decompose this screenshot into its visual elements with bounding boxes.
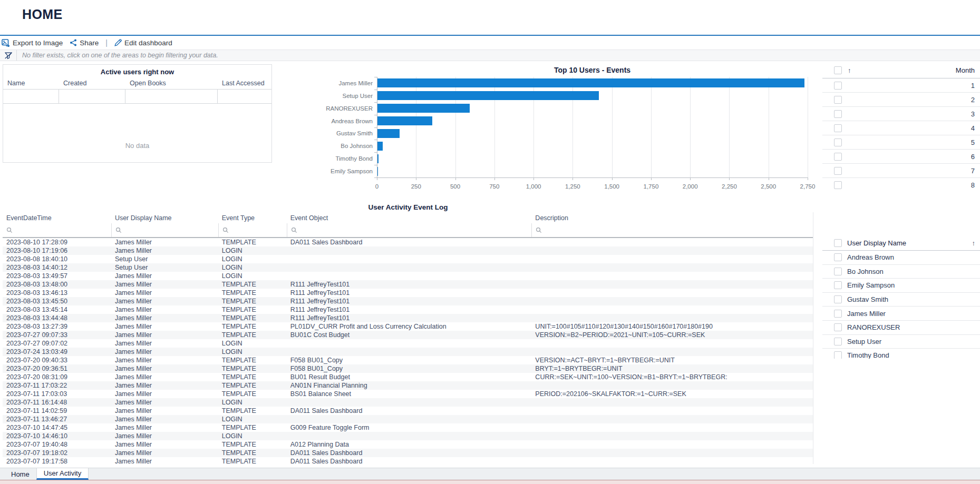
table-row[interactable]: 2023-07-27 09:07:02James MillerLOGIN	[3, 339, 813, 348]
month-filter-row[interactable]: 2	[822, 93, 980, 107]
checkbox[interactable]	[834, 139, 842, 146]
search-input-event-object[interactable]	[299, 226, 532, 234]
checkbox[interactable]	[834, 181, 842, 189]
user-filter-row[interactable]: Emily Sampson	[822, 279, 980, 293]
column-header-event-type[interactable]: Event Type	[218, 214, 287, 222]
column-header-eventdatetime[interactable]: EventDateTime	[3, 214, 111, 222]
table-row[interactable]: 2023-07-11 14:02:59James MillerTEMPLATED…	[3, 407, 813, 415]
user-filter-row[interactable]: Bo Johnson	[822, 265, 980, 279]
search-input-user-display-name[interactable]	[124, 226, 218, 234]
table-row[interactable]: 2023-08-10 17:28:09James MillerTEMPLATED…	[3, 238, 813, 246]
table-row[interactable]: 2023-08-03 13:44:48James MillerTEMPLATER…	[3, 314, 813, 322]
user-filter-row[interactable]: Setup User	[822, 335, 980, 349]
table-row[interactable]: 2023-07-10 14:46:10James MillerLOGIN	[3, 432, 813, 440]
checkbox[interactable]	[834, 124, 842, 132]
chart-bar[interactable]	[377, 78, 804, 87]
checkbox[interactable]	[834, 295, 842, 303]
user-filter-row[interactable]: Gustav Smith	[822, 293, 980, 307]
month-filter-row[interactable]: 3	[822, 107, 980, 121]
checkbox[interactable]	[834, 167, 842, 175]
column-header-last-accessed[interactable]: Last Accessed	[218, 80, 271, 87]
table-row[interactable]: 2023-07-07 19:18:02James MillerTEMPLATED…	[3, 449, 813, 457]
table-row[interactable]: 2023-08-03 13:45:14James MillerTEMPLATER…	[3, 305, 813, 314]
table-row[interactable]: 2023-07-27 09:07:33James MillerTEMPLATEB…	[3, 331, 813, 339]
filter-bar[interactable]: No filter exists, click on one of the ar…	[0, 50, 980, 61]
select-all-months-checkbox[interactable]	[834, 66, 842, 74]
checkbox[interactable]	[834, 268, 842, 275]
month-filter-row[interactable]: 1	[822, 78, 980, 93]
table-cell: James Miller	[111, 424, 218, 431]
checkbox[interactable]	[834, 153, 842, 161]
table-row[interactable]: 2023-08-03 13:46:13James MillerTEMPLATER…	[3, 289, 813, 297]
month-filter-row[interactable]: 5	[822, 135, 980, 150]
table-row[interactable]: 2023-08-03 13:49:57James MillerLOGIN	[3, 272, 813, 280]
table-row[interactable]: 2023-07-11 13:46:27James MillerLOGIN	[3, 415, 813, 423]
checkbox[interactable]	[834, 310, 842, 318]
table-row[interactable]: 2023-08-03 14:40:12Setup UserLOGIN	[3, 263, 813, 272]
table-row[interactable]: 2023-07-11 17:03:22James MillerTEMPLATEA…	[3, 381, 813, 390]
table-cell: BS01 Balance Sheet	[287, 390, 532, 398]
column-header-created[interactable]: Created	[59, 80, 125, 87]
user-filter-row[interactable]: RANOREXUSER	[822, 321, 980, 335]
search-input-description[interactable]	[544, 226, 813, 234]
chart-bar[interactable]	[377, 104, 470, 113]
month-filter-row[interactable]: 6	[822, 150, 980, 164]
chart-bar[interactable]	[377, 116, 432, 125]
table-row[interactable]: 2023-07-11 17:03:03James MillerTEMPLATEB…	[3, 390, 813, 398]
month-filter-row[interactable]: 7	[822, 164, 980, 178]
chart-bar[interactable]	[377, 129, 400, 138]
top-users-chart[interactable]: Top 10 Users - Events James MillerSetup …	[279, 63, 814, 191]
tab-home[interactable]: Home	[4, 468, 36, 480]
chart-bar[interactable]	[377, 154, 379, 163]
checkbox[interactable]	[834, 281, 842, 289]
column-header-description[interactable]: Description	[531, 214, 813, 222]
select-all-users-checkbox[interactable]	[834, 239, 842, 247]
bottom-scroll-strip[interactable]	[0, 480, 980, 484]
month-value: 7	[842, 167, 980, 175]
table-row[interactable]: 2023-08-03 13:48:00James MillerTEMPLATER…	[3, 280, 813, 289]
table-row[interactable]: 2023-08-10 17:19:06James MillerLOGIN	[3, 246, 813, 255]
month-filter-title[interactable]: Month	[851, 66, 980, 74]
column-header-user-display-name[interactable]: User Display Name	[111, 214, 218, 222]
tab-user-activity[interactable]: User Activity	[36, 468, 89, 480]
table-cell: James Miller	[111, 407, 218, 414]
user-value: Bo Johnson	[847, 268, 884, 275]
table-row[interactable]: 2023-08-08 18:40:10Setup UserLOGIN	[3, 255, 813, 263]
user-filter-title[interactable]: User Display Name	[847, 239, 972, 247]
table-row[interactable]: 2023-07-20 09:36:51James MillerTEMPLATEF…	[3, 364, 813, 373]
axis-tick-mark	[533, 177, 534, 180]
checkbox[interactable]	[834, 110, 842, 118]
table-row[interactable]: 2023-07-24 13:03:49James MillerLOGIN	[3, 348, 813, 356]
checkbox[interactable]	[834, 253, 842, 261]
user-filter-row[interactable]: James Miller	[822, 307, 980, 321]
table-row[interactable]: 2023-07-10 14:47:45James MillerTEMPLATEG…	[3, 423, 813, 432]
month-filter-row[interactable]: 4	[822, 121, 980, 135]
sort-ascending-icon[interactable]: ↑	[972, 239, 976, 247]
table-row[interactable]: 2023-08-03 13:45:50James MillerTEMPLATER…	[3, 297, 813, 305]
table-row[interactable]: 2023-07-07 19:17:58James MillerTEMPLATED…	[3, 457, 813, 464]
column-header-open-books[interactable]: Open Books	[125, 80, 218, 87]
table-row[interactable]: 2023-08-03 13:27:39James MillerTEMPLATEP…	[3, 322, 813, 331]
search-input-eventdatetime[interactable]	[15, 226, 111, 234]
chart-bar[interactable]	[377, 91, 599, 100]
table-row[interactable]: 2023-07-11 16:14:48James MillerLOGIN	[3, 398, 813, 407]
user-filter-row[interactable]: Andreas Brown	[822, 251, 980, 265]
checkbox[interactable]	[834, 96, 842, 104]
chart-bar[interactable]	[377, 142, 383, 151]
month-filter-row[interactable]: 8	[822, 178, 980, 191]
table-row[interactable]: 2023-07-20 08:31:09James MillerTEMPLATEB…	[3, 373, 813, 381]
column-header-event-object[interactable]: Event Object	[287, 214, 532, 222]
checkbox[interactable]	[834, 323, 842, 331]
user-filter-row[interactable]: Timothy Bond	[822, 349, 980, 359]
export-to-image-button[interactable]: Export to Image	[2, 39, 63, 47]
checkbox[interactable]	[834, 338, 842, 345]
edit-dashboard-button[interactable]: Edit dashboard	[114, 39, 172, 47]
checkbox[interactable]	[834, 82, 842, 90]
table-row[interactable]: 2023-07-20 09:40:33James MillerTEMPLATEF…	[3, 356, 813, 364]
search-input-event-type[interactable]	[231, 226, 287, 234]
share-button[interactable]: Share	[70, 39, 99, 47]
table-row[interactable]: 2023-07-07 19:40:48James MillerTEMPLATEA…	[3, 440, 813, 449]
chart-bar[interactable]	[377, 167, 378, 176]
column-header-name[interactable]: Name	[3, 80, 59, 87]
checkbox[interactable]	[834, 351, 842, 359]
